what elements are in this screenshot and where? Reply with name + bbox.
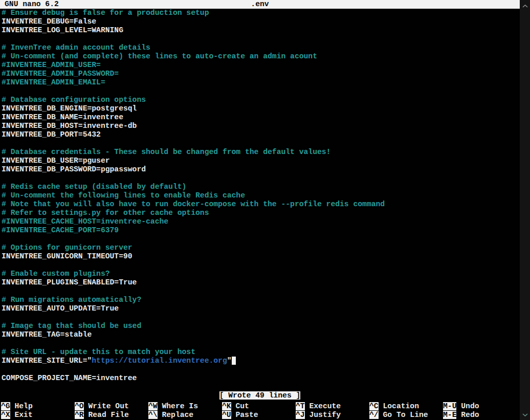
editor-line[interactable]: INVENTREE_DB_PORT=5432 — [2, 130, 519, 139]
editor-text-segment: # Enable custom plugins? — [2, 270, 110, 278]
shortcut-help[interactable]: ^GHelp — [1, 402, 75, 411]
editor-line[interactable]: INVENTREE_DB_NAME=inventree — [2, 113, 519, 122]
editor-text-segment: #INVENTREE_CACHE_PORT=6379 — [2, 226, 119, 234]
shortcut-label: Redo — [456, 411, 479, 419]
editor-line[interactable]: # Image tag that should be used — [2, 322, 519, 330]
editor-line[interactable] — [2, 139, 519, 148]
shortcut-location[interactable]: ^CLocation — [369, 402, 443, 411]
editor-line[interactable]: # Refer to settings.py for other cache o… — [2, 209, 519, 217]
editor-line[interactable]: # Options for gunicorn server — [2, 244, 519, 252]
shortcut-label: Help — [10, 402, 33, 410]
editor-text-segment: INVENTREE_DB_ENGINE=postgresql — [2, 104, 137, 113]
editor-text-segment: INVENTREE_DEBUG=False — [2, 17, 96, 26]
shortcut-read-file[interactable]: ^RRead File — [75, 411, 148, 419]
editor-line[interactable]: INVENTREE_DB_ENGINE=postgresql — [2, 104, 519, 113]
editor-text-segment: INVENTREE_DB_PORT=5432 — [2, 130, 101, 139]
shortcut-label: Write Out — [84, 402, 129, 410]
shortcut-cut[interactable]: ^KCut — [222, 402, 296, 411]
editor-text-segment: # InvenTree admin account details — [2, 43, 150, 52]
shortcut-label: Read File — [84, 411, 129, 419]
editor-line[interactable]: #INVENTREE_ADMIN_USER= — [2, 61, 519, 70]
shortcut-label: Cut — [231, 402, 249, 410]
editor-line[interactable]: #INVENTREE_ADMIN_PASSWORD= — [2, 70, 519, 78]
editor-line[interactable]: # Ensure debug is false for a production… — [2, 9, 519, 17]
editor-line[interactable]: INVENTREE_GUNICORN_TIMEOUT=90 — [2, 252, 519, 261]
shortcut-replace[interactable]: ^\Replace — [148, 411, 222, 419]
editor-line[interactable]: INVENTREE_DB_USER=pguser — [2, 157, 519, 165]
chevron-up-icon — [522, 2, 528, 10]
shortcut-justify[interactable]: ^JJustify — [296, 411, 369, 419]
editor-line[interactable]: # Enable custom plugins? — [2, 270, 519, 278]
editor-line[interactable]: INVENTREE_TAG=stable — [2, 330, 519, 339]
editor-text-segment: # Un-comment (and complete) these lines … — [2, 52, 317, 60]
editor-line[interactable] — [2, 365, 519, 374]
shortcut-undo[interactable]: M-UUndo — [443, 402, 517, 411]
shortcut-where-is[interactable]: ^WWhere Is — [148, 402, 222, 411]
editor-text-segment: INVENTREE_GUNICORN_TIMEOUT=90 — [2, 252, 132, 260]
shortcut-exit[interactable]: ^XExit — [1, 411, 75, 419]
editor-line[interactable]: INVENTREE_LOG_LEVEL=WARNING — [2, 26, 519, 35]
editor-line[interactable] — [2, 339, 519, 348]
editor-line[interactable]: # Run migrations automatically? — [2, 296, 519, 304]
shortcut-execute[interactable]: ^TExecute — [296, 402, 369, 411]
editor-line[interactable] — [2, 235, 519, 244]
editor-text-segment: INVENTREE_PLUGINS_ENABLED=True — [2, 278, 137, 286]
editor-text-segment: INVENTREE_DB_NAME=inventree — [2, 113, 123, 121]
editor-text-segment: # Ensure debug is false for a production… — [2, 9, 209, 17]
editor-line[interactable]: INVENTREE_SITE_URL="https://tutorial.inv… — [2, 357, 519, 365]
editor-line[interactable] — [2, 261, 519, 270]
shortcut-key: ^/ — [369, 411, 379, 419]
shortcut-redo[interactable]: M-ERedo — [443, 411, 517, 419]
editor-line[interactable] — [2, 287, 519, 296]
editor-line[interactable]: INVENTREE_DEBUG=False — [2, 17, 519, 26]
editor-text-segment: INVENTREE_TAG=stable — [2, 330, 92, 339]
editor-text-segment: INVENTREE_DB_PASSWORD=pgpassword — [2, 165, 146, 173]
editor-line[interactable]: # InvenTree admin account details — [2, 43, 519, 52]
scrollbar-up-button[interactable] — [520, 1, 530, 11]
editor-content[interactable]: # Ensure debug is false for a production… — [2, 9, 519, 383]
editor-text-segment: # Redis cache setup (disabled by default… — [2, 183, 186, 191]
editor-line[interactable]: # Site URL - update this to match your h… — [2, 348, 519, 357]
scrollbar-down-button[interactable] — [520, 409, 530, 419]
shortcut-label: Undo — [456, 402, 479, 410]
editor-text-segment: #INVENTREE_ADMIN_PASSWORD= — [2, 70, 119, 78]
chevron-down-icon — [522, 410, 528, 419]
editor-line[interactable] — [2, 313, 519, 322]
shortcut-row-1: ^GHelp^OWrite Out^WWhere Is^KCut^TExecut… — [1, 402, 517, 411]
editor-line[interactable]: # Un-comment the following lines to enab… — [2, 191, 519, 200]
editor-text-segment: # Options for gunicorn server — [2, 244, 132, 252]
editor-text-segment: " — [227, 357, 232, 365]
editor-line[interactable]: #INVENTREE_CACHE_PORT=6379 — [2, 226, 519, 235]
editor-line[interactable]: INVENTREE_DB_HOST=inventree-db — [2, 122, 519, 130]
editor-line[interactable]: #INVENTREE_ADMIN_EMAIL= — [2, 78, 519, 87]
editor-text-segment: # Database credentials - These should be… — [2, 148, 330, 156]
editor-line[interactable]: # Note that you will also have to run do… — [2, 200, 519, 209]
editor-line[interactable] — [2, 87, 519, 96]
editor-line[interactable] — [2, 35, 519, 43]
shortcut-write-out[interactable]: ^OWrite Out — [75, 402, 148, 411]
editor-text-segment: # Refer to settings.py for other cache o… — [2, 209, 209, 217]
shortcut-key: ^W — [148, 402, 158, 410]
terminal-scrollbar[interactable] — [520, 0, 530, 420]
editor-line[interactable]: # Database configuration options — [2, 96, 519, 104]
shortcut-go-to-line[interactable]: ^/Go To Line — [369, 411, 443, 419]
editor-line[interactable]: # Un-comment (and complete) these lines … — [2, 52, 519, 61]
shortcut-label: Execute — [305, 402, 341, 410]
editor-text-segment: COMPOSE_PROJECT_NAME=inventree — [2, 374, 137, 382]
editor-line[interactable] — [2, 174, 519, 183]
editor-text-segment: #INVENTREE_CACHE_HOST=inventree-cache — [2, 217, 168, 226]
file-name: .env — [0, 0, 520, 9]
shortcut-label: Location — [379, 402, 419, 410]
shortcut-paste[interactable]: ^UPaste — [222, 411, 296, 419]
editor-text-segment: INVENTREE_DB_HOST=inventree-db — [2, 122, 137, 130]
shortcut-label: Replace — [158, 411, 194, 419]
editor-line[interactable]: #INVENTREE_CACHE_HOST=inventree-cache — [2, 217, 519, 226]
editor-line[interactable]: INVENTREE_DB_PASSWORD=pgpassword — [2, 165, 519, 174]
editor-line[interactable]: INVENTREE_AUTO_UPDATE=True — [2, 304, 519, 313]
editor-line[interactable]: INVENTREE_PLUGINS_ENABLED=True — [2, 278, 519, 287]
editor-line[interactable]: COMPOSE_PROJECT_NAME=inventree — [2, 374, 519, 383]
shortcut-key: ^U — [222, 411, 231, 419]
editor-line[interactable]: # Redis cache setup (disabled by default… — [2, 183, 519, 191]
editor-text-segment: INVENTREE_AUTO_UPDATE=True — [2, 304, 119, 313]
editor-line[interactable]: # Database credentials - These should be… — [2, 148, 519, 157]
